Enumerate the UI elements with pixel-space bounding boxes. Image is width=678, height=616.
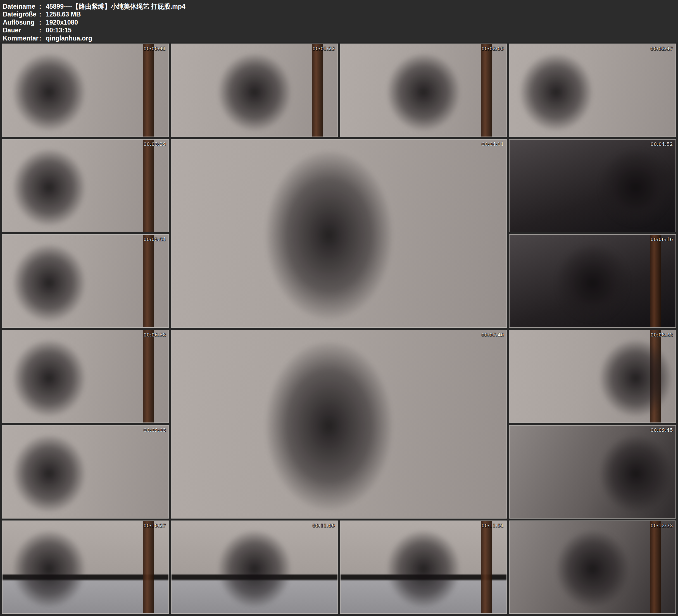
video-thumbnail: 00:02:05	[340, 44, 507, 137]
timestamp-overlay: 00:12:33	[651, 523, 673, 528]
meta-row-resolution: Auflösung:1920x1080	[3, 18, 678, 26]
video-thumbnail: 00:01:23	[171, 44, 338, 137]
video-thumbnail: 00:04:52	[509, 139, 676, 233]
meta-label-filename: Dateiname	[3, 2, 39, 10]
video-thumbnail: 00:07:40	[171, 330, 507, 518]
meta-row-comment: Kommentar:qinglanhua.org	[3, 34, 678, 42]
meta-colon: :	[39, 2, 46, 10]
metadata-header: Dateiname:45899----【路由紧缚】小纯美体绳艺 打屁股.mp4 …	[0, 0, 678, 42]
video-thumbnail: 00:10:27	[2, 521, 169, 614]
meta-label-resolution: Auflösung	[3, 18, 39, 26]
meta-value-comment: qinglanhua.org	[46, 34, 678, 42]
meta-value-filesize: 1258.63 MB	[46, 10, 678, 18]
video-thumbnail: 00:09:03	[2, 425, 169, 518]
meta-row-duration: Dauer:00:13:15	[3, 26, 678, 34]
video-thumbnail: 00:11:09	[171, 521, 338, 614]
video-thumbnail: 00:00:41	[2, 44, 169, 137]
video-thumbnail: 00:06:16	[509, 234, 676, 328]
timestamp-overlay: 00:04:11	[482, 141, 504, 147]
timestamp-overlay: 00:07:40	[482, 332, 504, 338]
meta-row-filename: Dateiname:45899----【路由紧缚】小纯美体绳艺 打屁股.mp4	[3, 2, 678, 10]
video-thumbnail: 00:09:45	[509, 425, 676, 518]
timestamp-overlay: 00:04:52	[651, 141, 673, 147]
meta-value-duration: 00:13:15	[46, 26, 678, 34]
timestamp-overlay: 00:02:05	[482, 46, 504, 51]
video-thumbnail: 00:12:33	[509, 521, 676, 614]
timestamp-overlay: 00:03:29	[144, 141, 166, 147]
timestamp-overlay: 00:11:09	[313, 523, 335, 528]
timestamp-overlay: 00:00:41	[144, 46, 166, 51]
video-thumbnail: 00:08:22	[509, 330, 676, 423]
video-thumbnail: 00:03:29	[2, 139, 169, 233]
video-thumbnail: 00:04:11	[171, 139, 507, 328]
timestamp-overlay: 00:08:22	[651, 332, 673, 338]
video-thumbnail: 00:06:58	[2, 330, 169, 423]
timestamp-overlay: 00:06:58	[144, 332, 166, 338]
contact-sheet: { "header": { "rows": [ {"label": "Datei…	[0, 0, 678, 616]
timestamp-overlay: 00:01:23	[313, 46, 335, 51]
thumbnail-grid: 00:00:41 00:01:23 00:02:05 00:02:47 00:0…	[0, 42, 678, 616]
meta-colon: :	[39, 18, 46, 26]
video-thumbnail: 00:02:47	[509, 44, 676, 137]
timestamp-overlay: 00:09:03	[144, 427, 166, 433]
meta-value-resolution: 1920x1080	[46, 18, 678, 26]
meta-colon: :	[39, 10, 46, 18]
meta-colon: :	[39, 26, 46, 34]
video-thumbnail: 00:05:34	[2, 234, 169, 328]
timestamp-overlay: 00:11:51	[482, 523, 504, 528]
meta-label-filesize: Dateigröße	[3, 10, 39, 18]
timestamp-overlay: 00:02:47	[651, 46, 673, 51]
meta-value-filename: 45899----【路由紧缚】小纯美体绳艺 打屁股.mp4	[46, 2, 678, 10]
meta-label-duration: Dauer	[3, 26, 39, 34]
timestamp-overlay: 00:09:45	[651, 427, 673, 433]
timestamp-overlay: 00:05:34	[144, 236, 166, 242]
meta-label-comment: Kommentar	[3, 34, 39, 42]
meta-row-filesize: Dateigröße:1258.63 MB	[3, 10, 678, 18]
timestamp-overlay: 00:06:16	[651, 236, 673, 242]
timestamp-overlay: 00:10:27	[144, 523, 166, 528]
meta-colon: :	[39, 34, 46, 42]
video-thumbnail: 00:11:51	[340, 521, 507, 614]
